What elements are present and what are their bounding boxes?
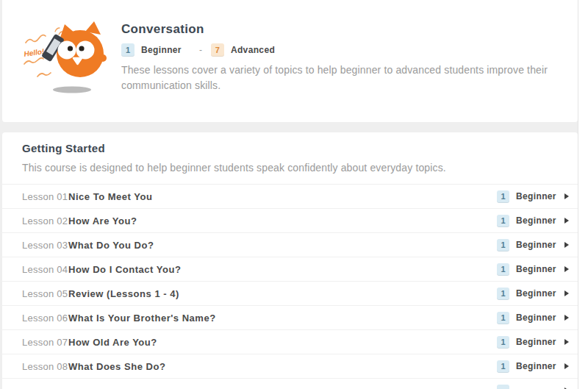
max-level-badge: 7 <box>211 43 224 57</box>
chevron-right-icon <box>564 363 569 369</box>
level-badge: 1 <box>497 263 509 276</box>
lesson-title: How Old Are You? <box>68 337 157 348</box>
lesson-title: How Do I Contact You? <box>68 264 181 275</box>
unit-title: Getting Started <box>22 141 558 156</box>
lesson-number: Lesson 02 <box>22 215 68 226</box>
level-badge: 1 <box>497 288 509 300</box>
lesson-title: Nice To Meet You <box>68 191 153 202</box>
chevron-right-icon <box>564 266 569 272</box>
card-gap <box>2 122 578 132</box>
level-badge: 1 <box>497 239 509 251</box>
lesson-title: How Are You? <box>68 215 137 226</box>
sound-squiggle <box>24 58 43 64</box>
lesson-number: Lesson 04 <box>22 264 68 275</box>
lesson-row[interactable]: Lesson 03 What Do You Do? 1 Beginner <box>2 233 578 257</box>
level-label: Beginner <box>516 337 556 347</box>
chevron-right-icon <box>564 242 569 248</box>
lesson-row[interactable]: Lesson 08 What Does She Do? 1 Beginner <box>2 354 578 379</box>
mascot-eye <box>58 41 76 60</box>
mascot-pupil <box>68 46 73 51</box>
lesson-title: What Does She Do? <box>68 361 165 372</box>
lesson-row[interactable]: Lesson 01 Nice To Meet You 1 Beginner <box>2 185 578 209</box>
course-header-text: Conversation 1 Beginner - 7 Advanced The… <box>121 12 563 122</box>
unit-description: This course is designed to help beginner… <box>22 160 558 175</box>
lesson-number: Lesson 07 <box>22 337 68 348</box>
level-badge <box>497 385 509 389</box>
sound-squiggle <box>26 35 46 43</box>
course-title: Conversation <box>121 22 563 37</box>
lesson-number: Lesson 05 <box>22 288 68 299</box>
lesson-number: Lesson 06 <box>22 313 68 324</box>
mascot-illustration: Hello! <box>21 12 121 122</box>
level-label: Beginner <box>516 264 556 274</box>
lesson-row[interactable]: Lesson 06 What Is Your Brother's Name? 1… <box>2 306 578 330</box>
mascot-on-phone-icon: Hello! <box>21 12 120 94</box>
level-badge: 1 <box>497 360 509 373</box>
unit-head: Getting Started This course is designed … <box>2 132 578 175</box>
level-label: Beginner <box>516 215 556 226</box>
chevron-right-icon <box>564 193 569 199</box>
mascot-eye <box>76 41 95 60</box>
chevron-right-icon <box>564 339 569 345</box>
chevron-right-icon <box>564 315 569 321</box>
sound-squiggle <box>55 28 62 35</box>
mascot-hello-text: Hello! <box>24 47 46 58</box>
scrollbar[interactable] <box>578 0 588 389</box>
mascot-shadow <box>53 87 91 93</box>
lesson-number: Lesson 03 <box>22 240 68 251</box>
level-label: Beginner <box>516 361 556 371</box>
lesson-number: Lesson 01 <box>22 191 68 202</box>
level-badge: 1 <box>497 336 509 349</box>
course-level-range: 1 Beginner - 7 Advanced <box>121 43 563 57</box>
lesson-number: Lesson 08 <box>22 361 68 372</box>
level-badge: 1 <box>497 312 509 324</box>
level-label: Beginner <box>516 191 556 201</box>
lesson-row[interactable]: Lesson 02 How Are You? 1 Beginner <box>2 209 578 233</box>
course-description: These lessons cover a variety of topics … <box>121 63 563 93</box>
max-level-label: Advanced <box>231 45 275 55</box>
lesson-list: Lesson 01 Nice To Meet You 1 Beginner Le… <box>2 184 578 379</box>
level-badge: 1 <box>497 215 509 227</box>
lesson-title: What Is Your Brother's Name? <box>68 313 216 324</box>
mascot-pupil <box>79 46 84 51</box>
chevron-right-icon <box>564 290 569 296</box>
lesson-row-partial[interactable] <box>2 379 578 389</box>
level-label: Beginner <box>516 313 556 323</box>
lesson-row[interactable]: Lesson 04 How Do I Contact You? 1 Beginn… <box>2 257 578 282</box>
lesson-title: What Do You Do? <box>68 240 154 251</box>
min-level-badge: 1 <box>121 43 135 57</box>
sound-squiggle <box>37 73 51 76</box>
lesson-title: Review (Lessons 1 - 4) <box>68 288 179 299</box>
chevron-right-icon <box>564 218 569 224</box>
level-range-separator: - <box>199 45 202 55</box>
course-header-card: Hello! <box>2 0 578 122</box>
level-badge: 1 <box>497 190 509 203</box>
page-content: Hello! <box>2 0 578 389</box>
lesson-row[interactable]: Lesson 07 How Old Are You? 1 Beginner <box>2 330 578 354</box>
unit-card: Getting Started This course is designed … <box>2 132 578 389</box>
min-level-label: Beginner <box>141 45 182 55</box>
lesson-row[interactable]: Lesson 05 Review (Lessons 1 - 4) 1 Begin… <box>2 282 578 306</box>
level-label: Beginner <box>516 240 556 250</box>
level-label: Beginner <box>516 288 556 299</box>
